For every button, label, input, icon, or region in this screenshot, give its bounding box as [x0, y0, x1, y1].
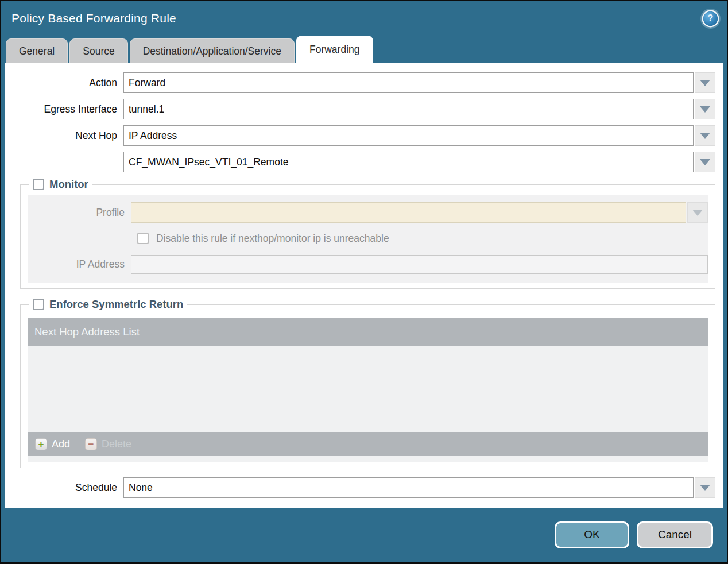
- monitor-ip-address-row: IP Address: [28, 254, 708, 274]
- chevron-down-icon: [700, 485, 710, 491]
- dialog-footer: OK Cancel: [1, 508, 727, 562]
- dropdown-button[interactable]: [695, 72, 715, 93]
- next-hop-row: Next Hop IP Address: [10, 125, 715, 146]
- tab-content-forwarding: Action Forward Egress Interface tunnel.1…: [5, 63, 723, 508]
- titlebar: Policy Based Forwarding Rule ?: [1, 1, 727, 34]
- schedule-dropdown[interactable]: None: [123, 477, 715, 498]
- next-hop-label: Next Hop: [10, 130, 123, 142]
- dropdown-button[interactable]: [695, 99, 715, 119]
- ok-button[interactable]: OK: [555, 521, 629, 548]
- tab-destination-application-service[interactable]: Destination/Application/Service: [130, 38, 295, 63]
- table-header-label: Next Hop Address List: [34, 326, 140, 338]
- next-hop-type-dropdown[interactable]: IP Address: [123, 125, 715, 146]
- schedule-value: None: [123, 477, 694, 498]
- chevron-down-icon: [700, 80, 710, 86]
- monitor-group: Monitor Profile Disable this rule if nex…: [20, 178, 715, 289]
- next-hop-address-value: CF_MWAN_IPsec_VTI_01_Remote: [123, 152, 694, 172]
- dropdown-button: [687, 202, 708, 223]
- dropdown-button[interactable]: [695, 125, 715, 146]
- add-button[interactable]: + Add: [35, 438, 70, 450]
- delete-button-label: Delete: [102, 438, 131, 450]
- chevron-down-icon: [700, 106, 710, 113]
- egress-interface-dropdown[interactable]: tunnel.1: [123, 99, 715, 119]
- schedule-row: Schedule None: [10, 477, 715, 498]
- plus-icon: +: [35, 438, 47, 450]
- monitor-panel: Profile Disable this rule if nexthop/mon…: [28, 195, 708, 283]
- tab-general[interactable]: General: [6, 38, 68, 63]
- tab-bar: General Source Destination/Application/S…: [1, 34, 727, 63]
- chevron-down-icon: [700, 159, 710, 165]
- profile-value: [131, 202, 686, 223]
- tab-forwarding[interactable]: Forwarding: [296, 36, 373, 63]
- profile-dropdown-disabled: [131, 202, 708, 223]
- chevron-down-icon: [692, 210, 703, 216]
- next-hop-address-list-table: Next Hop Address List + Add − Delete: [28, 318, 708, 462]
- egress-interface-value: tunnel.1: [123, 99, 694, 119]
- action-label: Action: [10, 77, 123, 89]
- action-row: Action Forward: [10, 72, 715, 93]
- next-hop-address-dropdown[interactable]: CF_MWAN_IPsec_VTI_01_Remote: [123, 152, 715, 172]
- monitor-ip-address-field-disabled: [131, 255, 708, 274]
- action-dropdown[interactable]: Forward: [123, 72, 715, 93]
- next-hop-type-value: IP Address: [123, 125, 694, 146]
- help-icon[interactable]: ?: [703, 11, 718, 26]
- delete-button-disabled: − Delete: [85, 438, 131, 450]
- dialog-title: Policy Based Forwarding Rule: [11, 11, 176, 25]
- monitor-legend: Monitor: [29, 178, 92, 191]
- monitor-group-title: Monitor: [49, 178, 88, 191]
- disable-rule-label: Disable this rule if nexthop/monitor ip …: [156, 233, 389, 245]
- cancel-button[interactable]: Cancel: [637, 521, 713, 548]
- schedule-label: Schedule: [10, 482, 123, 494]
- egress-interface-row: Egress Interface tunnel.1: [10, 99, 715, 119]
- table-header: Next Hop Address List: [28, 318, 708, 346]
- tab-source[interactable]: Source: [69, 38, 127, 63]
- enforce-symmetric-return-title: Enforce Symmetric Return: [49, 298, 183, 311]
- profile-label: Profile: [28, 207, 131, 219]
- egress-interface-label: Egress Interface: [10, 103, 123, 115]
- table-body-empty: [28, 346, 708, 432]
- policy-based-forwarding-dialog: Policy Based Forwarding Rule ? General S…: [0, 0, 728, 564]
- enforce-symmetric-return-legend: Enforce Symmetric Return: [29, 298, 187, 311]
- table-bottom-strip: [28, 456, 708, 462]
- next-hop-address-row: CF_MWAN_IPsec_VTI_01_Remote: [10, 152, 715, 172]
- dropdown-button[interactable]: [695, 477, 715, 498]
- enforce-symmetric-return-checkbox[interactable]: [33, 299, 44, 310]
- profile-row: Profile: [28, 203, 708, 222]
- table-footer: + Add − Delete: [28, 432, 708, 456]
- enforce-symmetric-return-group: Enforce Symmetric Return Next Hop Addres…: [20, 298, 715, 468]
- add-button-label: Add: [52, 438, 70, 450]
- dropdown-button[interactable]: [695, 152, 715, 172]
- monitor-checkbox[interactable]: [33, 179, 44, 190]
- monitor-ip-address-label: IP Address: [28, 258, 131, 271]
- minus-icon: −: [85, 438, 97, 450]
- action-value: Forward: [123, 72, 694, 93]
- chevron-down-icon: [700, 133, 710, 139]
- disable-rule-checkbox: [137, 233, 149, 244]
- disable-rule-row: Disable this rule if nexthop/monitor ip …: [137, 229, 708, 248]
